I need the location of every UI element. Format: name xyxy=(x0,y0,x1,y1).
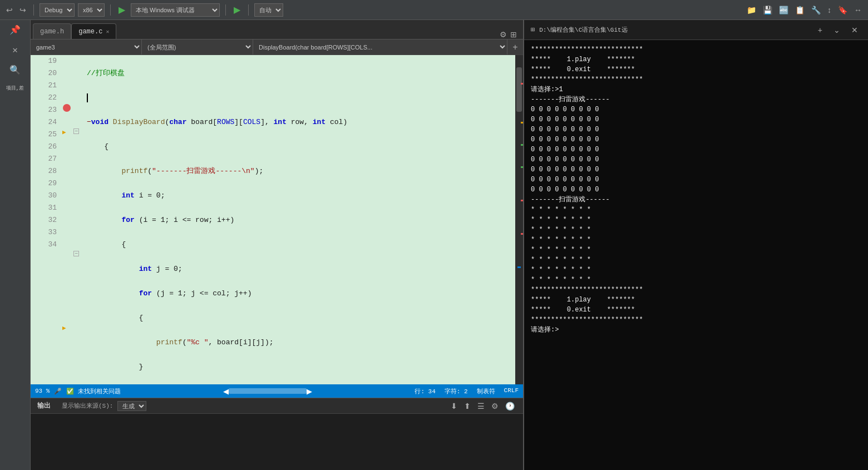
indicator-column: ▶ ▶ xyxy=(61,55,72,384)
scroll-indicator xyxy=(229,388,307,394)
toolbar: ↩ ↪ Debug x86 ▶ 本地 Windows 调试器 ▶ 自动 📁 💾 … xyxy=(0,0,868,20)
code-line-20 xyxy=(87,92,511,104)
scroll-marker-green-1 xyxy=(521,144,523,146)
code-line-31: } xyxy=(87,361,511,373)
terminal-chevron-btn[interactable]: ⌄ xyxy=(830,24,844,36)
toolbar-icon-1[interactable]: 📁 xyxy=(745,6,758,14)
output-title: 输出 xyxy=(37,401,51,410)
terminal-title: D:\编程合集\C语言合集\Git远 xyxy=(539,26,810,34)
sidebar-pin-icon[interactable]: 📌 xyxy=(7,22,23,38)
tab-game-c-label: game.c xyxy=(78,28,102,36)
terminal-plus-btn[interactable]: + xyxy=(815,24,826,36)
output-source-select[interactable]: 生成 xyxy=(117,401,146,411)
tab-game-h[interactable]: game.h xyxy=(33,23,71,39)
output-header: 输出 显示输出来源(S): 生成 ⬇ ⬆ ☰ ⚙ 🕐 xyxy=(31,398,523,414)
status-scroll: ◀ ▶ xyxy=(130,387,406,395)
terminal-close-btn[interactable]: ✕ xyxy=(848,24,861,36)
output-action-4[interactable]: ⚙ xyxy=(490,402,500,410)
code-editor[interactable]: 19 20 21 22 23 24 25 26 27 28 29 30 31 3… xyxy=(31,55,515,384)
toolbar-icon-5[interactable]: 🔧 xyxy=(810,6,822,14)
scroll-marker-red-3 xyxy=(521,233,523,235)
toolbar-right: 📁 💾 🔤 📋 🔧 ↕ 🔖 ↔ xyxy=(745,6,864,14)
tab-game-c[interactable]: game.c ✕ xyxy=(71,23,116,39)
output-action-2[interactable]: ⬆ xyxy=(462,402,472,410)
scrollbar-thumb[interactable] xyxy=(516,67,522,112)
divider-2 xyxy=(110,4,111,16)
scroll-right-btn[interactable]: ▶ xyxy=(307,387,312,395)
status-left: 93 % 🎤 ✅ 未找到相关问题 xyxy=(35,387,121,395)
collapse-25[interactable]: − xyxy=(73,128,79,134)
code-line-30: printf("%c ", board[i][j]); xyxy=(87,337,511,349)
line-ending-info: CRLF xyxy=(504,387,519,395)
tab-bar-actions: ⚙ ⊞ xyxy=(494,30,523,39)
undo-button[interactable]: ↩ xyxy=(4,6,14,14)
debugger-select[interactable]: 本地 Windows 调试器 xyxy=(131,3,220,17)
debug-mode-select[interactable]: Debug xyxy=(40,3,75,17)
terminal-panel: ⊞ D:\编程合集\C语言合集\Git远 + ⌄ ✕ *************… xyxy=(523,20,868,470)
sidebar-search-icon[interactable]: 🔍 xyxy=(7,62,23,78)
toolbar-icon-7[interactable]: 🔖 xyxy=(836,6,849,14)
terminal-body[interactable]: **************************** ***** 1.pla… xyxy=(524,40,868,470)
main-area: 📌 ✕ 🔍 项目,差 game.h game.c ✕ ⚙ ⊞ game3 xyxy=(0,20,868,470)
output-controls: 显示输出来源(S): 生成 xyxy=(62,401,146,411)
code-line-24: int i = 0; xyxy=(87,190,511,202)
output-action-buttons: ⬇ ⬆ ☰ ⚙ 🕐 xyxy=(449,402,516,410)
scroll-marker-red-1 xyxy=(521,83,523,85)
code-line-21: −void DisplayBoard(char board[ROWS][COLS… xyxy=(87,116,511,128)
code-line-22: { xyxy=(87,141,511,153)
nav-plus-btn[interactable]: + xyxy=(507,39,523,55)
code-area-wrapper: 19 20 21 22 23 24 25 26 27 28 29 30 31 3… xyxy=(31,55,523,384)
scope-nav-select[interactable]: (全局范围) xyxy=(142,39,253,55)
tab-bar: game.h game.c ✕ ⚙ ⊞ xyxy=(31,20,523,39)
divider-4 xyxy=(248,4,249,16)
run-button-2[interactable]: ▶ xyxy=(231,4,243,15)
scroll-left-btn[interactable]: ◀ xyxy=(223,387,229,395)
encoding-info: 制表符 xyxy=(477,387,495,395)
microphone-icon: 🎤 xyxy=(54,388,62,395)
scroll-marker-blue-1 xyxy=(517,266,521,268)
scroll-marker-red-2 xyxy=(521,200,523,201)
output-body xyxy=(31,414,523,470)
code-line-19: //打印棋盘 xyxy=(87,67,511,80)
breakpoint-23 xyxy=(63,104,71,112)
tab-game-c-close[interactable]: ✕ xyxy=(106,28,109,35)
code-line-25: for (i = 1; i <= row; i++) xyxy=(87,214,511,226)
sidebar-close-icon[interactable]: ✕ xyxy=(10,42,20,58)
collapse-column: − − xyxy=(72,55,82,384)
output-action-1[interactable]: ⬇ xyxy=(449,402,459,410)
sidebar-label: 项目,差 xyxy=(4,82,26,94)
function-nav-select[interactable]: DisplayBoard(char board[ROWS][COLS... xyxy=(253,39,507,55)
toolbar-icon-4[interactable]: 📋 xyxy=(793,6,806,14)
no-issues-status: ✅ 未找到相关问题 xyxy=(66,387,121,395)
status-bar: 93 % 🎤 ✅ 未找到相关问题 ◀ ▶ 行: 34 字符: 2 制表符 CRL… xyxy=(31,384,523,398)
toolbar-icon-6[interactable]: ↕ xyxy=(826,6,833,14)
file-nav-select[interactable]: game3 xyxy=(31,39,142,55)
tab-expand-icon[interactable]: ⊞ xyxy=(509,30,519,39)
output-action-3[interactable]: ☰ xyxy=(476,402,486,410)
terminal-header: ⊞ D:\编程合集\C语言合集\Git远 + ⌄ ✕ xyxy=(524,20,868,40)
scroll-marker-green-2 xyxy=(521,166,523,168)
tab-settings-icon[interactable]: ⚙ xyxy=(498,30,509,39)
editor-container: game.h game.c ✕ ⚙ ⊞ game3 (全局范围) Display… xyxy=(31,20,523,470)
arch-select[interactable]: x86 xyxy=(78,3,105,17)
toolbar-icon-2[interactable]: 💾 xyxy=(761,6,774,14)
nav-bar: game3 (全局范围) DisplayBoard(char board[ROW… xyxy=(31,39,523,55)
collapse-28[interactable]: − xyxy=(73,251,79,256)
status-right: 行: 34 字符: 2 制表符 CRLF xyxy=(415,387,519,395)
tab-game-h-label: game.h xyxy=(40,28,64,36)
toolbar-icon-3[interactable]: 🔤 xyxy=(777,6,790,14)
editor-scrollbar[interactable] xyxy=(515,55,523,384)
code-lines[interactable]: //打印棋盘 −void DisplayBoard(char board[ROW… xyxy=(82,55,515,384)
arrow-33: ▶ xyxy=(62,324,66,332)
auto-select[interactable]: 自动 xyxy=(254,3,283,17)
output-action-5[interactable]: 🕐 xyxy=(504,402,516,410)
zoom-level[interactable]: 93 % xyxy=(35,388,50,394)
run-button[interactable]: ▶ xyxy=(116,4,127,15)
redo-button[interactable]: ↪ xyxy=(18,6,28,14)
code-line-27: int j = 0; xyxy=(87,263,511,275)
code-line-26: { xyxy=(87,239,511,251)
char-info: 字符: 2 xyxy=(445,387,468,395)
scroll-marker-yellow-1 xyxy=(521,122,523,123)
divider-3 xyxy=(225,4,226,16)
toolbar-icon-8[interactable]: ↔ xyxy=(852,6,864,14)
